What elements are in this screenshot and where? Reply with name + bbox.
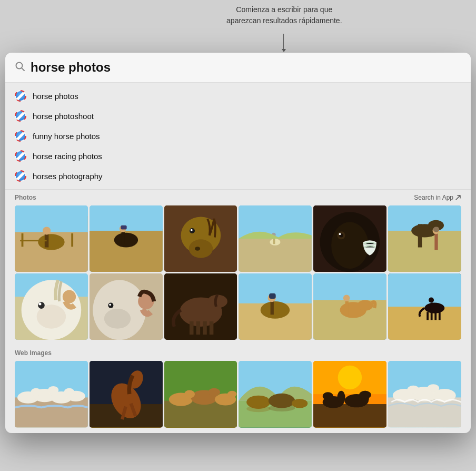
photo-thumb[interactable]	[388, 273, 461, 340]
svg-rect-40	[433, 227, 439, 232]
svg-point-114	[338, 366, 362, 389]
svg-point-89	[48, 386, 58, 394]
svg-point-21	[195, 247, 200, 251]
svg-rect-38	[435, 233, 438, 250]
safari-icon	[15, 130, 26, 142]
web-images-grid	[5, 359, 471, 433]
photo-thumb[interactable]	[164, 205, 237, 272]
svg-rect-78	[427, 312, 429, 320]
search-icon	[15, 61, 25, 74]
svg-point-45	[38, 302, 45, 309]
svg-point-88	[31, 388, 41, 396]
safari-icon	[15, 170, 26, 182]
svg-rect-80	[435, 312, 437, 320]
tooltip-line2: aparezcan resultados rápidamente.	[226, 15, 342, 26]
photos-grid	[5, 203, 471, 345]
svg-point-71	[343, 295, 350, 302]
suggestion-item[interactable]: horses photography	[5, 166, 471, 186]
svg-rect-81	[439, 312, 441, 320]
svg-point-118	[338, 391, 345, 404]
web-image-thumb[interactable]	[388, 361, 461, 427]
tooltip-arrow	[283, 34, 284, 50]
svg-rect-79	[431, 312, 433, 320]
photo-thumb[interactable]	[164, 273, 237, 340]
svg-line-1	[22, 68, 24, 71]
svg-point-127	[408, 386, 420, 394]
svg-point-47	[63, 290, 76, 303]
svg-point-90	[64, 388, 74, 396]
svg-rect-13	[121, 232, 124, 244]
svg-point-12	[114, 233, 138, 248]
svg-rect-70	[345, 301, 349, 316]
svg-point-103	[208, 388, 220, 396]
suggestion-item[interactable]: funny horse photos	[5, 126, 471, 146]
svg-rect-57	[190, 321, 194, 335]
photo-thumb[interactable]	[15, 273, 88, 340]
suggestion-label: horse racing photos	[33, 152, 102, 161]
svg-rect-74	[388, 307, 461, 340]
photos-section-title: Photos	[15, 194, 36, 201]
svg-point-52	[109, 304, 111, 306]
web-image-thumb[interactable]	[90, 361, 163, 427]
tooltip-line1: Comienza a escribir para que	[226, 4, 342, 15]
svg-point-75	[425, 303, 445, 313]
svg-rect-15	[121, 225, 126, 230]
photo-thumb[interactable]	[239, 273, 312, 340]
suggestions-list: horse photos horse photoshoot funny hors…	[5, 83, 471, 190]
photo-thumb[interactable]	[313, 205, 386, 272]
suggestion-item[interactable]: horse racing photos	[5, 146, 471, 166]
svg-rect-66	[270, 293, 276, 299]
suggestion-item[interactable]: horse photoshoot	[5, 106, 471, 126]
safari-icon	[15, 150, 26, 162]
photos-section-header: Photos Search in App	[5, 190, 471, 203]
svg-rect-8	[71, 233, 73, 247]
svg-point-4	[38, 234, 64, 250]
suggestion-item[interactable]: horse photos	[5, 86, 471, 106]
svg-point-109	[292, 399, 308, 408]
svg-point-120	[323, 392, 333, 400]
svg-point-128	[428, 385, 440, 392]
svg-point-104	[227, 391, 237, 398]
svg-rect-115	[313, 404, 386, 427]
web-images-section-header: Web Images	[5, 345, 471, 359]
web-image-thumb[interactable]	[313, 361, 386, 427]
photo-thumb[interactable]	[90, 273, 163, 340]
svg-rect-64	[271, 301, 274, 315]
svg-rect-76	[431, 303, 433, 312]
safari-icon	[15, 110, 26, 122]
svg-point-102	[184, 390, 195, 398]
photo-thumb[interactable]	[90, 205, 163, 272]
svg-point-46	[38, 303, 41, 306]
svg-rect-9	[20, 240, 46, 242]
external-link-icon	[455, 194, 461, 201]
photo-thumb[interactable]	[313, 273, 386, 340]
svg-point-29	[331, 222, 369, 269]
search-bar: horse photos	[5, 53, 471, 83]
search-input[interactable]: horse photos	[31, 60, 461, 75]
safari-icon	[15, 90, 26, 102]
svg-point-32	[339, 233, 341, 235]
photo-thumb[interactable]	[388, 205, 461, 272]
svg-point-6	[43, 227, 51, 234]
web-images-title: Web Images	[15, 349, 52, 357]
svg-point-111	[269, 405, 295, 412]
suggestion-label: horse photos	[33, 92, 78, 101]
suggestion-label: funny horse photos	[33, 132, 100, 141]
svg-rect-123	[388, 398, 461, 428]
svg-point-121	[359, 391, 371, 399]
svg-rect-7	[22, 233, 24, 247]
svg-point-63	[261, 301, 290, 319]
svg-point-50	[104, 309, 131, 329]
photo-thumb[interactable]	[15, 205, 88, 272]
web-image-thumb[interactable]	[164, 361, 237, 427]
svg-point-18	[189, 239, 212, 258]
photo-thumb[interactable]	[239, 205, 312, 272]
tooltip: Comienza a escribir para que aparezcan r…	[226, 4, 342, 26]
web-image-thumb[interactable]	[15, 361, 88, 427]
suggestion-label: horses photography	[33, 172, 103, 181]
web-image-thumb[interactable]	[239, 361, 312, 427]
suggestion-label: horse photoshoot	[33, 112, 94, 121]
search-in-app-button[interactable]: Search in App	[414, 194, 461, 201]
svg-point-72	[358, 300, 373, 311]
svg-point-110	[247, 406, 271, 413]
